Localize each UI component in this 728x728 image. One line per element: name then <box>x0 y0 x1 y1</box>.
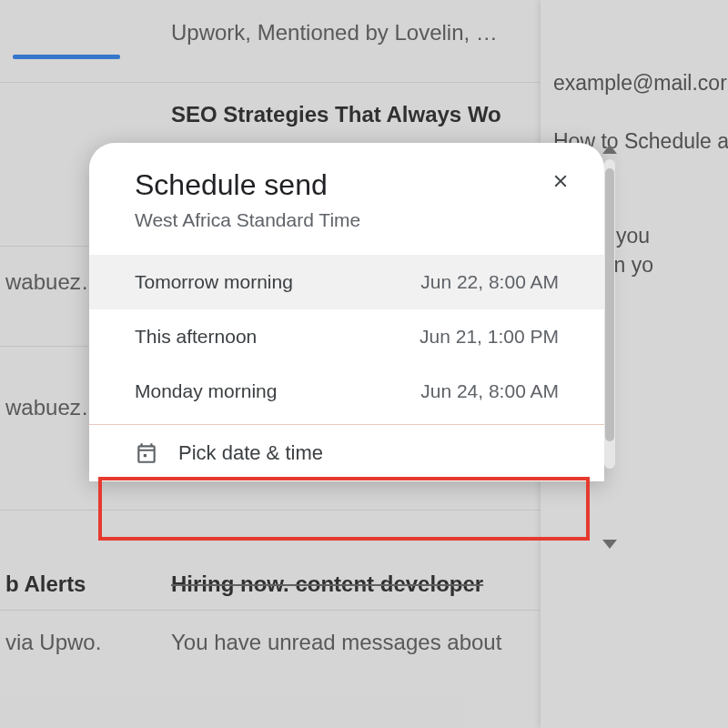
schedule-send-dialog: Schedule send West Africa Standard Time … <box>89 143 604 481</box>
close-icon <box>551 171 571 191</box>
option-time: Jun 24, 8:00 AM <box>420 380 559 402</box>
schedule-option-monday-morning[interactable]: Monday morning Jun 24, 8:00 AM <box>89 364 604 419</box>
scroll-up-arrow-icon[interactable] <box>602 145 617 154</box>
option-label: This afternoon <box>135 326 257 348</box>
schedule-options-list: Tomorrow morning Jun 22, 8:00 AM This af… <box>89 255 604 419</box>
close-button[interactable] <box>542 163 579 199</box>
option-time: Jun 21, 1:00 PM <box>420 326 559 348</box>
dialog-timezone: West Africa Standard Time <box>135 209 541 231</box>
option-label: Tomorrow morning <box>135 271 293 293</box>
schedule-option-tomorrow-morning[interactable]: Tomorrow morning Jun 22, 8:00 AM <box>89 255 604 309</box>
pick-date-time-button[interactable]: Pick date & time <box>89 425 604 481</box>
option-label: Monday morning <box>135 380 277 402</box>
schedule-option-this-afternoon[interactable]: This afternoon Jun 21, 1:00 PM <box>89 309 604 364</box>
pick-date-time-label: Pick date & time <box>178 441 323 465</box>
scroll-down-arrow-icon[interactable] <box>602 540 617 549</box>
dialog-scrollbar[interactable] <box>604 159 615 469</box>
dialog-title: Schedule send <box>135 168 541 202</box>
calendar-icon <box>135 441 158 465</box>
option-time: Jun 22, 8:00 AM <box>420 271 559 293</box>
